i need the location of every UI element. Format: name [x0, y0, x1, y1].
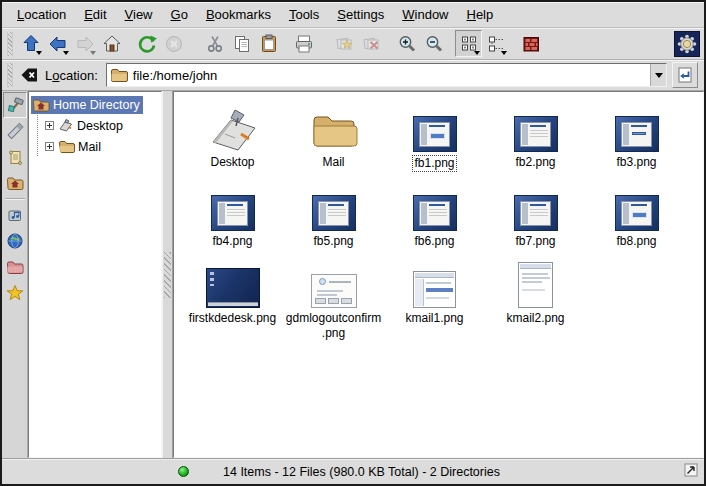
file-item[interactable]: Mail	[283, 98, 384, 177]
menu-bookmarks[interactable]: Bookmarks	[197, 4, 280, 25]
home-folder-icon	[6, 174, 24, 192]
home-folder-icon	[32, 97, 50, 113]
file-label: kmail2.png	[504, 311, 566, 326]
file-item[interactable]: Desktop	[182, 98, 283, 177]
active-view-flag-icon	[684, 463, 698, 480]
menu-view[interactable]: View	[116, 4, 162, 25]
file-label: fb6.png	[412, 234, 456, 249]
cut-button[interactable]	[201, 30, 228, 57]
location-label: Location:	[45, 68, 98, 83]
file-item[interactable]: fb5.png	[283, 177, 384, 254]
tree-item-mail[interactable]: Mail	[31, 136, 161, 157]
tree-item-desktop[interactable]: Desktop	[31, 115, 161, 136]
go-enter-icon	[675, 65, 695, 85]
sidebar-button-root[interactable]	[3, 254, 27, 280]
menu-bar: Location Edit View Go Bookmarks Tools Se…	[2, 2, 704, 28]
tree-item-label: Home Directory	[53, 98, 140, 112]
menu-go[interactable]: Go	[162, 4, 197, 25]
root-folder-icon	[6, 258, 24, 276]
file-label: fb7.png	[513, 234, 557, 249]
file-item[interactable]: fb8.png	[586, 177, 687, 254]
file-item[interactable]: kmail2.png	[485, 254, 586, 346]
menu-window[interactable]: Window	[393, 4, 457, 25]
main-toolbar	[2, 28, 704, 60]
image-thumbnail	[312, 177, 356, 231]
file-label: Mail	[320, 155, 346, 170]
print-icon	[293, 33, 315, 55]
konqueror-throbber	[674, 31, 700, 57]
menu-location[interactable]: Location	[8, 4, 75, 25]
tools-icon	[6, 96, 24, 114]
home-icon	[101, 33, 123, 55]
file-item[interactable]: firstkdedesk.png	[182, 254, 283, 346]
tree-view-button[interactable]	[482, 30, 509, 57]
copy-button[interactable]	[228, 30, 255, 57]
stop-icon	[163, 33, 185, 55]
location-input[interactable]	[131, 64, 650, 86]
toolbar-drag-handle[interactable]	[7, 63, 13, 87]
sidebar-button-tools[interactable]	[3, 92, 27, 118]
zoom-out-icon	[423, 33, 445, 55]
location-combobox[interactable]	[106, 63, 667, 87]
image-thumbnail	[413, 98, 457, 152]
combo-dropdown-button[interactable]	[650, 64, 666, 86]
network-globe-icon	[6, 232, 24, 250]
image-gallery-star-icon	[334, 33, 356, 55]
expander-plus-icon[interactable]	[45, 142, 54, 151]
sidebar-button-history[interactable]	[3, 144, 27, 170]
file-item[interactable]: fb2.png	[485, 98, 586, 177]
cut-icon	[204, 33, 226, 55]
clear-location-button[interactable]	[17, 63, 41, 87]
stop-button[interactable]	[160, 30, 187, 57]
file-label: kmail1.png	[403, 311, 465, 326]
go-button[interactable]	[672, 62, 698, 88]
file-label: fb1.png	[412, 155, 456, 172]
file-item[interactable]: fb1.png	[384, 98, 485, 177]
folder-icon	[309, 98, 359, 152]
reload-button[interactable]	[133, 30, 160, 57]
tree-item-home-directory[interactable]: Home Directory	[31, 94, 161, 115]
file-label: firstkdedesk.png	[187, 311, 278, 326]
sidebar-separator	[5, 198, 25, 200]
dropdown-arrow-icon	[63, 51, 69, 55]
zoom-out-button[interactable]	[420, 30, 447, 57]
file-item[interactable]: kmail1.png	[384, 254, 485, 346]
file-label: fb3.png	[614, 155, 658, 170]
sidebar-button-home[interactable]	[3, 170, 27, 196]
expander-plus-icon[interactable]	[45, 121, 54, 130]
sidebar-button-bookmark[interactable]	[3, 118, 27, 144]
up-button[interactable]	[17, 30, 44, 57]
panel-splitter[interactable]	[162, 91, 173, 458]
home-button[interactable]	[98, 30, 125, 57]
paste-button[interactable]	[255, 30, 282, 57]
menu-edit[interactable]: Edit	[75, 4, 115, 25]
image-gallery-button[interactable]	[331, 30, 358, 57]
stop-images-button[interactable]	[358, 30, 385, 57]
konqueror-gear-icon	[675, 32, 699, 56]
bricks-button[interactable]	[517, 30, 544, 57]
print-button[interactable]	[290, 30, 317, 57]
icon-view-button[interactable]	[455, 30, 482, 57]
services-icon	[6, 206, 24, 224]
menu-tools[interactable]: Tools	[280, 4, 328, 25]
file-item[interactable]: fb3.png	[586, 98, 687, 177]
zoom-in-button[interactable]	[393, 30, 420, 57]
file-item[interactable]: fb4.png	[182, 177, 283, 254]
tree-item-label: Desktop	[77, 119, 123, 133]
sidebar-button-services[interactable]	[3, 202, 27, 228]
sidebar-button-bookmarks-star[interactable]	[3, 280, 27, 306]
content-area: Home Directory Desktop Mail DesktopMailf…	[2, 91, 704, 458]
menu-settings[interactable]: Settings	[328, 4, 393, 25]
zoom-in-icon	[396, 33, 418, 55]
file-item[interactable]: fb7.png	[485, 177, 586, 254]
toolbar-drag-handle[interactable]	[7, 32, 13, 56]
file-icon-view[interactable]: DesktopMailfb1.pngfb2.pngfb3.pngfb4.pngf…	[173, 91, 704, 458]
sidebar-button-network[interactable]	[3, 228, 27, 254]
file-item[interactable]: gdmlogoutconfirm.png	[283, 254, 384, 346]
file-grid: DesktopMailfb1.pngfb2.pngfb3.pngfb4.pngf…	[174, 92, 703, 346]
forward-button[interactable]	[71, 30, 98, 57]
menu-help[interactable]: Help	[458, 4, 503, 25]
back-button[interactable]	[44, 30, 71, 57]
copy-icon	[231, 33, 253, 55]
file-item[interactable]: fb6.png	[384, 177, 485, 254]
